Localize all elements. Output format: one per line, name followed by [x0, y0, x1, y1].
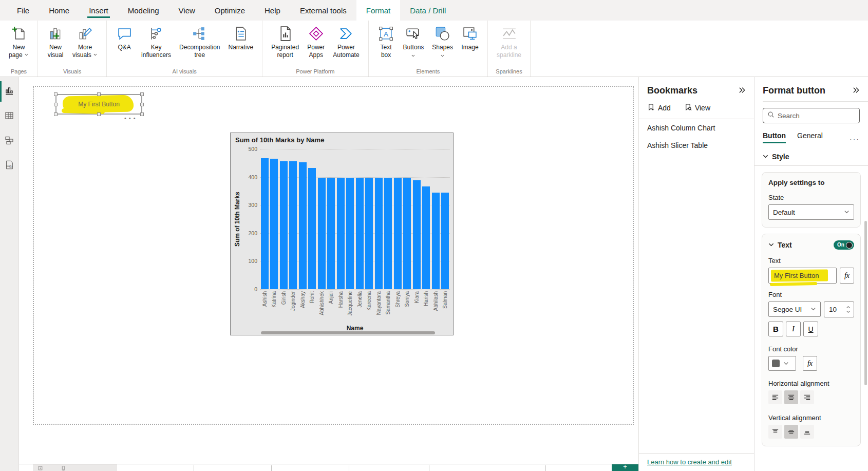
ribbon-item-narrative[interactable]: Narrative	[224, 24, 257, 51]
ribbon-group-label: Pages	[5, 67, 32, 77]
add-bookmark-button[interactable]: Add	[647, 103, 671, 112]
valign-bottom-button[interactable]	[800, 425, 814, 439]
state-dropdown[interactable]: Default	[768, 204, 854, 220]
ribbon-item-key-influencers[interactable]: Keyinfluencers	[138, 24, 175, 59]
resize-handle[interactable]	[54, 112, 58, 116]
bar-ashish[interactable]	[261, 158, 269, 289]
menu-item-help[interactable]: Help	[255, 0, 290, 21]
resize-handle[interactable]	[140, 103, 144, 106]
menu-item-insert[interactable]: Insert	[79, 0, 118, 21]
resize-handle[interactable]	[97, 112, 101, 116]
resize-handle[interactable]	[54, 103, 58, 106]
bar-jenelia[interactable]	[356, 178, 364, 289]
ribbon-item-new-page[interactable]: Newpage	[5, 24, 32, 59]
bar-katrina[interactable]	[270, 159, 278, 289]
sidebar-dax-query-view[interactable]: DAX	[0, 157, 19, 174]
bookmark-item-ashish-slicer-table[interactable]: Ashish Slicer Table	[639, 137, 754, 154]
ribbon-item-decomposition-tree[interactable]: Decompositiontree	[176, 24, 223, 59]
bar-joginder[interactable]	[289, 161, 297, 289]
learn-bookmarks-link[interactable]: Learn how to create and edit	[647, 458, 732, 466]
collapse-panel-icon[interactable]	[738, 86, 746, 96]
menu-item-data-drill[interactable]: Data / Drill	[400, 0, 456, 21]
new-page-tab-button[interactable]: +	[612, 464, 638, 471]
button-text-input[interactable]: My First Button	[768, 268, 837, 284]
style-section-header[interactable]: Style	[763, 153, 860, 161]
bold-button[interactable]: B	[768, 322, 783, 336]
spinner-up-icon[interactable]	[846, 306, 851, 309]
ribbon-item-buttons[interactable]: Buttons	[400, 24, 428, 56]
page-tab[interactable]	[33, 464, 117, 471]
bar-rohit[interactable]	[308, 168, 316, 289]
font-size-spinner[interactable]: 10	[824, 302, 854, 317]
font-color-dropdown[interactable]	[768, 356, 796, 371]
align-left-button[interactable]	[768, 390, 782, 404]
bar-anjali[interactable]	[327, 178, 335, 289]
format-search-box[interactable]	[763, 108, 860, 123]
menu-item-home[interactable]: Home	[39, 0, 79, 21]
ribbon-item-image[interactable]: Image	[458, 24, 482, 51]
resize-handle[interactable]	[140, 92, 144, 96]
ribbon-item-shapes[interactable]: Shapes	[428, 24, 457, 56]
ribbon-item-power-apps[interactable]: PowerApps	[304, 24, 328, 59]
ribbon-item-power-automate[interactable]: PowerAutomate	[329, 24, 363, 59]
sidebar-data-view[interactable]	[0, 108, 19, 124]
bookmark-item-ashish-column-chart[interactable]: Ashish Column Chart	[639, 119, 754, 137]
ribbon-item-new-visual[interactable]: Newvisual	[43, 24, 68, 59]
column-chart-visual[interactable]: Sum of 10th Marks by Name Sum of 10th Ma…	[230, 133, 454, 335]
more-tabs-ellipsis[interactable]: ···	[850, 135, 860, 143]
bar-akshay[interactable]	[299, 162, 307, 289]
menu-item-format[interactable]: Format	[356, 0, 401, 21]
tab-general[interactable]: General	[797, 131, 823, 143]
ribbon-item-text-box[interactable]: ATextbox	[374, 24, 399, 59]
text-section-header[interactable]: Text	[768, 241, 792, 249]
panel-scrollbar[interactable]	[864, 221, 867, 385]
bar-soniya[interactable]	[403, 178, 411, 289]
format-search-input[interactable]	[778, 112, 855, 120]
ribbon-item-qa[interactable]: Q&A	[112, 24, 137, 51]
resize-handle[interactable]	[140, 112, 144, 116]
menu-item-modeling[interactable]: Modeling	[118, 0, 169, 21]
ribbon-group-pages: Newpage Pages	[0, 21, 38, 77]
bar-samantha[interactable]	[384, 178, 392, 289]
align-right-button[interactable]	[800, 390, 814, 404]
bar-harish[interactable]	[422, 186, 430, 289]
bar-abhishhek[interactable]	[318, 178, 326, 289]
fx-conditional-format-button[interactable]: fx	[803, 356, 817, 371]
sidebar-report-view[interactable]	[0, 83, 19, 100]
align-center-button[interactable]	[784, 390, 798, 404]
chart-horizontal-scrollbar[interactable]	[261, 331, 435, 334]
more-options-ellipsis[interactable]: •••	[124, 115, 138, 121]
report-canvas[interactable]: My First Button ••• Sum of 10th Marks by…	[19, 77, 638, 471]
italic-button[interactable]: I	[786, 322, 801, 336]
bar-harsha[interactable]	[337, 178, 345, 289]
bar-abhilash[interactable]	[432, 193, 440, 289]
bar-girish[interactable]	[280, 161, 288, 289]
canvas-button-visual[interactable]: My First Button	[55, 94, 142, 115]
resize-handle[interactable]	[97, 92, 101, 96]
menu-item-view[interactable]: View	[169, 0, 205, 21]
bar-kareena[interactable]	[365, 178, 373, 289]
bar-nayantara[interactable]	[375, 178, 383, 289]
resize-handle[interactable]	[54, 92, 58, 96]
spinner-down-icon[interactable]	[846, 310, 851, 313]
bar-salman[interactable]	[441, 193, 449, 289]
menu-item-optimize[interactable]: Optimize	[205, 0, 255, 21]
view-bookmarks-button[interactable]: View	[684, 103, 710, 112]
font-family-dropdown[interactable]: Segoe UI	[768, 302, 821, 317]
valign-top-button[interactable]	[768, 425, 782, 439]
menu-item-file[interactable]: File	[7, 0, 39, 21]
ribbon-item-more-visuals[interactable]: Morevisuals	[69, 24, 101, 59]
text-on-toggle[interactable]: On	[834, 240, 854, 250]
sidebar-model-view[interactable]	[0, 133, 19, 149]
tab-button[interactable]: Button	[763, 131, 786, 143]
ribbon-item-paginated-report[interactable]: Paginatedreport	[268, 24, 303, 59]
fx-conditional-format-button[interactable]: fx	[840, 268, 854, 284]
menu-item-external-tools[interactable]: External tools	[290, 0, 356, 21]
bar-shreya[interactable]	[394, 178, 402, 289]
bar-jacqueline[interactable]	[346, 178, 354, 289]
valign-middle-button[interactable]	[784, 425, 798, 439]
underline-button[interactable]: U	[803, 322, 818, 336]
collapse-panel-icon[interactable]	[852, 86, 860, 96]
bar-kiara[interactable]	[413, 180, 421, 289]
x-tick-label: Soniya	[404, 291, 410, 307]
